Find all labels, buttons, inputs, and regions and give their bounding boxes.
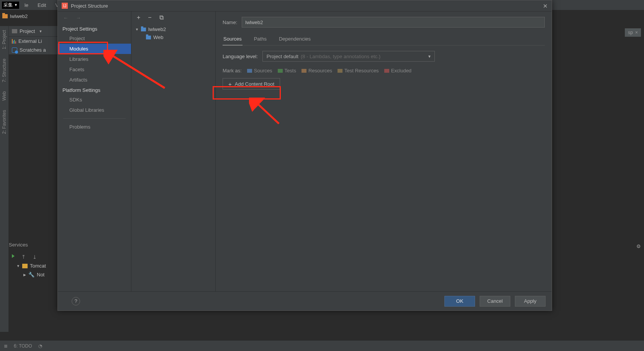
detail-tabs: Sources Paths Dependencies	[223, 34, 545, 46]
scratches-icon	[12, 47, 17, 53]
editor-tab-label: sp	[628, 30, 633, 35]
project-tool-window: Project ▼ External Li Scratches a	[9, 26, 57, 54]
name-label: Name:	[223, 20, 237, 25]
status-terminal-icon[interactable]: ◔	[38, 343, 42, 349]
chevron-down-icon: ▼	[39, 29, 42, 33]
add-content-root-label: Add Content Root	[235, 81, 274, 87]
nav-facets[interactable]: Facets	[58, 64, 131, 75]
apply-button[interactable]: Apply	[515, 296, 546, 307]
module-list: + − ⧉ ▼ lwlweb2 Web	[131, 11, 216, 291]
tab-dependencies[interactable]: Dependencies	[278, 34, 311, 45]
services-item-tomcat[interactable]: ▼ Tomcat	[9, 261, 57, 270]
module-tree-item[interactable]: Web	[135, 33, 211, 41]
mark-test-resources[interactable]: Test Resources	[338, 68, 379, 73]
copy-icon[interactable]: ⧉	[159, 14, 164, 21]
mark-resources[interactable]: Resources	[302, 68, 332, 73]
nav-back-icon[interactable]: ←	[63, 15, 68, 21]
settings-nav: ← → Project Settings Project Modules Lib…	[58, 11, 131, 291]
project-panel-header[interactable]: Project ▼	[9, 26, 57, 37]
nav-problems[interactable]: Problems	[58, 122, 131, 132]
toolbar-icon[interactable]: ⤒	[21, 254, 26, 260]
services-item-note[interactable]: ▶ 🔧 Not	[9, 270, 57, 279]
mark-excluded[interactable]: Excluded	[384, 68, 411, 73]
nav-forward-icon[interactable]: →	[76, 15, 81, 21]
breadcrumb: lwlweb2	[2, 13, 28, 19]
tab-paths[interactable]: Paths	[253, 34, 267, 45]
module-tree-item[interactable]: ▼ lwlweb2	[135, 25, 211, 33]
app-icon: IJ	[62, 3, 68, 9]
chevron-down-icon: ▼	[135, 28, 139, 31]
folder-icon	[247, 69, 252, 73]
gutter-favorites[interactable]: 2: Favorites	[2, 110, 7, 134]
combo-value: Project default	[267, 54, 298, 59]
project-icon	[12, 29, 17, 33]
dialog-title: Project Structure	[71, 3, 108, 9]
chevron-down-icon: ▼	[428, 54, 431, 59]
run-icon[interactable]	[12, 254, 15, 258]
plus-icon: +	[228, 81, 232, 87]
wrench-icon: 🔧	[28, 272, 34, 278]
tomcat-icon	[22, 264, 28, 268]
project-panel-title: Project	[20, 28, 35, 34]
status-bar: ≣ 6: TODO ◔	[0, 340, 644, 351]
chevron-down-icon: ▼	[14, 3, 18, 7]
chevron-right-icon: ▶	[23, 273, 26, 277]
help-button[interactable]: ?	[72, 297, 80, 305]
nav-section-project-settings: Project Settings	[58, 24, 131, 33]
dialog-titlebar: IJ Project Structure ✕	[58, 0, 552, 11]
project-item-external-libraries[interactable]: External Li	[9, 37, 57, 46]
gear-icon[interactable]: ⚙	[636, 243, 641, 249]
add-content-root-button[interactable]: + Add Content Root	[223, 78, 280, 90]
project-item-label: Scratches a	[20, 47, 46, 53]
menu-file[interactable]: le	[21, 2, 32, 9]
chevron-down-icon: ▼	[16, 264, 20, 268]
nav-global-libraries[interactable]: Global Libraries	[58, 105, 131, 115]
services-item-label: Tomcat	[30, 263, 46, 269]
toolbar-icon[interactable]: ⤓	[33, 254, 37, 260]
left-gutter: 2: Favorites Web 7: Structure 1: Project	[0, 26, 9, 332]
remove-icon[interactable]: −	[148, 14, 151, 21]
services-panel-title[interactable]: Services	[9, 242, 28, 248]
mark-tests[interactable]: Tests	[278, 68, 296, 73]
folder-icon	[302, 69, 306, 73]
nav-project[interactable]: Project	[58, 33, 131, 44]
cancel-button[interactable]: Cancel	[480, 296, 510, 307]
nav-artifacts[interactable]: Artifacts	[58, 75, 131, 85]
close-icon[interactable]: ✕	[543, 3, 548, 10]
module-detail: Name: Sources Paths Dependencies Languag…	[216, 11, 552, 291]
ok-button[interactable]: OK	[444, 296, 475, 307]
editor-tab[interactable]: sp ×	[625, 28, 641, 37]
capture-label: 采集	[3, 2, 13, 8]
breadcrumb-project[interactable]: lwlweb2	[10, 13, 28, 19]
gutter-project[interactable]: 1: Project	[2, 30, 7, 49]
status-list-icon[interactable]: ≣	[4, 343, 8, 349]
module-toolbar: + − ⧉	[131, 11, 215, 24]
project-item-label: External Li	[18, 38, 42, 44]
folder-icon	[384, 69, 389, 73]
services-panel: ⤒ ⤓ ▼ Tomcat ▶ 🔧 Not	[9, 253, 57, 279]
status-todo[interactable]: 6: TODO	[14, 343, 32, 349]
services-item-label: Not	[37, 272, 44, 278]
dialog-buttons: ? OK Cancel Apply	[58, 291, 552, 310]
tab-sources[interactable]: Sources	[223, 34, 243, 46]
project-structure-dialog: IJ Project Structure ✕ ← → Project Setti…	[57, 0, 552, 311]
close-icon[interactable]: ×	[635, 30, 638, 35]
nav-modules[interactable]: Modules	[58, 44, 131, 54]
name-input[interactable]	[242, 17, 545, 28]
project-item-scratches[interactable]: Scratches a	[9, 46, 57, 54]
language-level-label: Language level:	[223, 54, 258, 59]
gutter-web[interactable]: Web	[2, 91, 7, 101]
library-icon	[12, 39, 16, 44]
module-label: Web	[153, 34, 164, 40]
mark-sources[interactable]: Sources	[247, 68, 272, 73]
combo-hint: (8 - Lambdas, type annotations etc.)	[301, 54, 380, 59]
language-level-combo[interactable]: Project default (8 - Lambdas, type annot…	[262, 51, 435, 62]
nav-libraries[interactable]: Libraries	[58, 54, 131, 64]
nav-section-platform-settings: Platform Settings	[58, 85, 131, 95]
nav-sdks[interactable]: SDKs	[58, 95, 131, 105]
module-tree: ▼ lwlweb2 Web	[131, 24, 215, 43]
gutter-structure[interactable]: 7: Structure	[2, 59, 7, 82]
add-icon[interactable]: +	[137, 14, 140, 21]
menu-edit[interactable]: Edit	[34, 2, 50, 9]
capture-badge[interactable]: 采集 ▼	[2, 2, 19, 9]
